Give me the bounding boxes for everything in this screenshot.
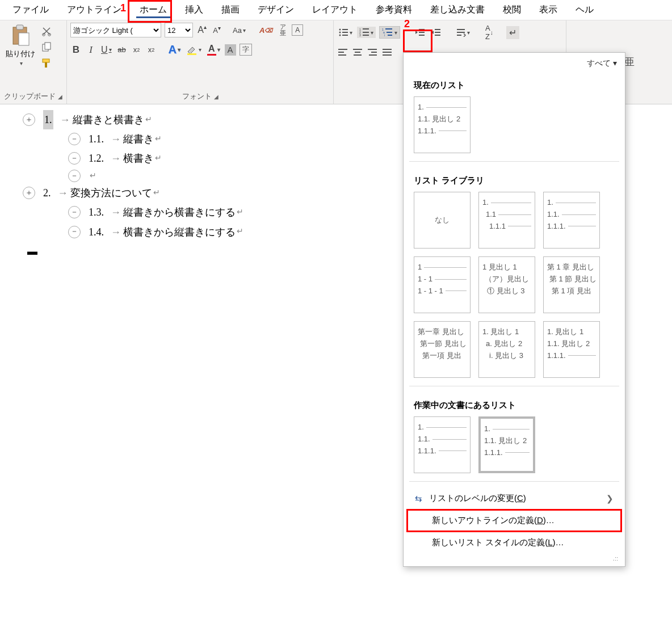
paragraph-mark-icon: ↵ bbox=[155, 132, 162, 147]
clear-formatting-icon[interactable]: A⌫ bbox=[258, 24, 274, 36]
list-number: 1. bbox=[43, 110, 53, 129]
font-color-icon[interactable]: A▾ bbox=[206, 43, 221, 57]
tab-file[interactable]: ファイル bbox=[3, 1, 58, 19]
underline-icon[interactable]: U▾ bbox=[100, 44, 113, 56]
list-number: 2. bbox=[43, 183, 51, 203]
paragraph-mark-icon: ↵ bbox=[237, 205, 243, 220]
panel-divider bbox=[409, 481, 619, 482]
menu-change-list-level[interactable]: ⇆ リストのレベルの変更(C) ❯ bbox=[407, 487, 621, 510]
change-case-icon[interactable]: Aa▾ bbox=[232, 24, 247, 36]
svg-rect-33 bbox=[435, 35, 440, 36]
justify-icon[interactable] bbox=[381, 47, 393, 58]
list-tile[interactable]: 1. 見出し 1 1.1. 見出し 2 1.1.1. bbox=[543, 321, 600, 378]
svg-rect-36 bbox=[338, 54, 346, 56]
italic-icon[interactable]: I bbox=[85, 43, 96, 57]
doc-text: 縦書き bbox=[123, 129, 154, 149]
format-painter-icon[interactable] bbox=[40, 57, 53, 70]
tab-insert[interactable]: 挿入 bbox=[176, 1, 212, 19]
section-list-library: リスト ライブラリ bbox=[414, 175, 615, 186]
svg-rect-21 bbox=[363, 35, 369, 36]
list-tile[interactable]: 1. 1.1. 1.1.1. bbox=[543, 192, 600, 249]
tab-mailings[interactable]: 差し込み文書 bbox=[421, 1, 494, 19]
grow-font-icon[interactable]: A▴ bbox=[196, 24, 208, 36]
list-tile-none[interactable]: なし bbox=[414, 192, 471, 249]
multilevel-list-icon[interactable]: 1ai▾ bbox=[379, 26, 400, 39]
svg-text:3: 3 bbox=[359, 33, 361, 37]
tab-review[interactable]: 校閲 bbox=[494, 1, 530, 19]
panel-resize-grip-icon[interactable]: .:: bbox=[613, 555, 618, 562]
cut-icon[interactable] bbox=[40, 25, 53, 37]
paste-label[interactable]: 貼り付け bbox=[6, 49, 35, 59]
list-tile-selected[interactable]: 1. 1.1. 見出し 2 1.1.1. bbox=[478, 416, 535, 473]
character-shading-icon[interactable]: A bbox=[225, 44, 236, 56]
tab-references[interactable]: 参考資料 bbox=[367, 1, 421, 19]
outline-collapse-icon[interactable]: － bbox=[68, 133, 81, 145]
list-tile[interactable]: 第一章 見出し 第一節 見出し 第一項 見出 bbox=[414, 321, 471, 378]
strikethrough-icon[interactable]: ab bbox=[116, 44, 128, 56]
tab-mark-icon: → bbox=[111, 129, 121, 149]
asian-layout-icon[interactable]: ▾ bbox=[455, 27, 471, 38]
svg-rect-43 bbox=[383, 49, 392, 50]
bullets-icon[interactable]: ▾ bbox=[337, 27, 354, 38]
tab-home[interactable]: ホーム bbox=[131, 1, 176, 19]
font-launcher-icon[interactable]: ◢ bbox=[214, 94, 219, 100]
svg-rect-35 bbox=[338, 52, 344, 53]
align-left-icon[interactable] bbox=[337, 47, 348, 58]
list-tile[interactable]: 1. 1.1. 1.1.1. bbox=[414, 416, 471, 473]
copy-icon[interactable] bbox=[40, 41, 53, 53]
paste-caret-icon[interactable]: ▾ bbox=[20, 60, 23, 66]
highlight-icon[interactable]: ▾ bbox=[185, 44, 203, 56]
list-tile[interactable]: 1. 見出し 1 a. 見出し 2 i. 見出し 3 bbox=[478, 321, 535, 378]
outline-collapse-icon[interactable]: － bbox=[68, 206, 81, 218]
list-tile-current[interactable]: 1. 1.1. 見出し 2 1.1.1. bbox=[414, 96, 471, 153]
svg-rect-32 bbox=[435, 32, 440, 33]
outline-expand-icon[interactable]: ＋ bbox=[23, 187, 35, 199]
svg-rect-19 bbox=[363, 32, 369, 33]
tab-help[interactable]: ヘル bbox=[566, 1, 603, 19]
paragraph-mark-icon: ↵ bbox=[155, 151, 162, 166]
superscript-icon[interactable]: x2 bbox=[146, 44, 157, 56]
character-border-icon[interactable]: A bbox=[292, 24, 303, 36]
align-right-icon[interactable] bbox=[367, 47, 378, 58]
list-tile[interactable]: 第 1 章 見出し 第 1 節 見出し 第 1 項 見出 bbox=[543, 256, 600, 313]
tab-layout[interactable]: レイアウト bbox=[303, 1, 367, 19]
phonetic-guide-icon[interactable]: ア 亜 bbox=[277, 23, 288, 37]
annotation-number-1: 1 bbox=[120, 2, 126, 14]
bold-icon[interactable]: B bbox=[70, 43, 82, 57]
list-number: 1.4. bbox=[89, 222, 104, 242]
font-size-select[interactable]: 12 bbox=[165, 23, 193, 37]
text-effects-icon[interactable]: A▾ bbox=[167, 42, 182, 57]
subscript-icon[interactable]: x2 bbox=[131, 44, 142, 56]
doc-text: 縦書きと横書き bbox=[73, 110, 144, 129]
increase-indent-icon[interactable] bbox=[430, 27, 442, 38]
outline-expand-icon[interactable]: ＋ bbox=[23, 113, 35, 126]
tab-view[interactable]: 表示 bbox=[530, 1, 566, 19]
list-tile[interactable]: 1 見出し 1 （ア）見出し 2 ① 見出し 3 bbox=[478, 256, 535, 313]
menu-define-new-list-style[interactable]: 新しいリスト スタイルの定義(L)… bbox=[407, 532, 621, 554]
clipboard-launcher-icon[interactable]: ◢ bbox=[58, 94, 62, 100]
chevron-right-icon: ❯ bbox=[606, 494, 614, 504]
show-marks-icon[interactable]: ↵ bbox=[506, 26, 519, 39]
tab-draw[interactable]: 描画 bbox=[212, 1, 249, 19]
paste-icon[interactable] bbox=[10, 23, 31, 48]
tab-mark-icon: → bbox=[111, 203, 121, 222]
align-center-icon[interactable] bbox=[352, 47, 363, 58]
multilevel-filter-all[interactable]: すべて ▾ bbox=[587, 58, 617, 69]
enclose-characters-icon[interactable]: 字 bbox=[240, 44, 252, 56]
list-tile[interactable]: 1 1 - 1 1 - 1 - 1 bbox=[414, 256, 471, 313]
sort-icon[interactable]: AZ↓ bbox=[484, 23, 495, 42]
decrease-indent-icon[interactable] bbox=[414, 27, 426, 38]
font-name-select[interactable]: 游ゴシック Light ( bbox=[70, 23, 161, 37]
outline-collapse-icon[interactable]: － bbox=[68, 170, 81, 182]
svg-rect-44 bbox=[383, 52, 392, 53]
numbering-icon[interactable]: 123▾ bbox=[357, 27, 376, 38]
list-tile[interactable]: 1. 1.1 1.1.1 bbox=[478, 192, 535, 249]
tab-outline[interactable]: アウトライン bbox=[58, 1, 131, 19]
shrink-font-icon[interactable]: A▾ bbox=[211, 24, 222, 36]
outline-collapse-icon[interactable]: － bbox=[68, 152, 81, 165]
tab-mark-icon: → bbox=[60, 110, 70, 129]
tab-design[interactable]: デザイン bbox=[249, 1, 303, 19]
outline-collapse-icon[interactable]: － bbox=[68, 226, 81, 238]
menu-define-new-outline[interactable]: 新しいアウトラインの定義(D)… bbox=[407, 510, 621, 532]
tab-mark-icon: → bbox=[111, 222, 121, 242]
